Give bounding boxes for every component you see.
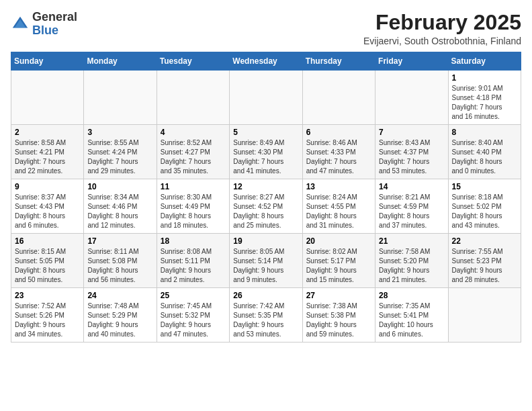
day-number: 12 <box>233 182 298 191</box>
day-info: Sunrise: 7:42 AM Sunset: 5:35 PM Dayligh… <box>233 302 298 339</box>
day-number: 11 <box>161 182 226 191</box>
day-info: Sunrise: 7:52 AM Sunset: 5:26 PM Dayligh… <box>15 302 80 339</box>
table-row: 28Sunrise: 7:35 AM Sunset: 5:41 PM Dayli… <box>375 288 448 342</box>
day-number: 3 <box>87 128 152 137</box>
logo-icon <box>11 15 30 34</box>
table-row: 17Sunrise: 8:11 AM Sunset: 5:08 PM Dayli… <box>84 234 157 288</box>
day-number: 14 <box>379 182 444 191</box>
day-info: Sunrise: 8:24 AM Sunset: 4:55 PM Dayligh… <box>306 193 371 230</box>
logo: General Blue <box>11 11 77 38</box>
day-info: Sunrise: 8:37 AM Sunset: 4:43 PM Dayligh… <box>15 193 80 230</box>
header-sunday: Sunday <box>11 52 84 71</box>
day-number: 23 <box>15 291 80 300</box>
day-info: Sunrise: 8:27 AM Sunset: 4:52 PM Dayligh… <box>233 193 298 230</box>
table-row <box>448 288 521 342</box>
table-row: 13Sunrise: 8:24 AM Sunset: 4:55 PM Dayli… <box>302 179 375 234</box>
day-info: Sunrise: 8:08 AM Sunset: 5:11 PM Dayligh… <box>161 247 226 285</box>
calendar-week-3: 9Sunrise: 8:37 AM Sunset: 4:43 PM Daylig… <box>11 179 521 234</box>
day-number: 7 <box>379 128 444 137</box>
calendar-header: Sunday Monday Tuesday Wednesday Thursday… <box>11 52 521 71</box>
logo-general-text: General <box>32 10 77 24</box>
day-info: Sunrise: 8:43 AM Sunset: 4:37 PM Dayligh… <box>379 138 444 176</box>
day-info: Sunrise: 8:05 AM Sunset: 5:14 PM Dayligh… <box>233 247 298 285</box>
table-row: 22Sunrise: 7:55 AM Sunset: 5:23 PM Dayli… <box>448 234 521 288</box>
table-row: 14Sunrise: 8:21 AM Sunset: 4:59 PM Dayli… <box>375 179 448 234</box>
table-row: 27Sunrise: 7:38 AM Sunset: 5:38 PM Dayli… <box>302 288 375 342</box>
day-number: 10 <box>87 182 152 191</box>
day-info: Sunrise: 8:15 AM Sunset: 5:05 PM Dayligh… <box>15 247 80 285</box>
day-number: 28 <box>379 291 444 300</box>
table-row <box>375 71 448 125</box>
header-saturday: Saturday <box>448 52 521 71</box>
table-row: 8Sunrise: 8:40 AM Sunset: 4:40 PM Daylig… <box>448 125 521 179</box>
table-row <box>230 71 302 125</box>
header: General Blue February 2025 Evijaervi, So… <box>11 11 521 46</box>
table-row: 1Sunrise: 9:01 AM Sunset: 4:18 PM Daylig… <box>448 71 521 125</box>
table-row: 7Sunrise: 8:43 AM Sunset: 4:37 PM Daylig… <box>375 125 448 179</box>
header-tuesday: Tuesday <box>157 52 229 71</box>
header-wednesday: Wednesday <box>230 52 302 71</box>
table-row: 26Sunrise: 7:42 AM Sunset: 5:35 PM Dayli… <box>230 288 302 342</box>
table-row: 11Sunrise: 8:30 AM Sunset: 4:49 PM Dayli… <box>157 179 229 234</box>
day-number: 1 <box>452 73 517 83</box>
table-row: 21Sunrise: 7:58 AM Sunset: 5:20 PM Dayli… <box>375 234 448 288</box>
day-number: 5 <box>233 128 298 137</box>
day-info: Sunrise: 7:55 AM Sunset: 5:23 PM Dayligh… <box>452 247 517 285</box>
table-row: 3Sunrise: 8:55 AM Sunset: 4:24 PM Daylig… <box>84 125 157 179</box>
calendar-week-2: 2Sunrise: 8:58 AM Sunset: 4:21 PM Daylig… <box>11 125 521 179</box>
day-info: Sunrise: 7:58 AM Sunset: 5:20 PM Dayligh… <box>379 247 444 285</box>
day-info: Sunrise: 8:40 AM Sunset: 4:40 PM Dayligh… <box>452 138 517 176</box>
day-number: 25 <box>161 291 226 300</box>
table-row <box>157 71 229 125</box>
day-info: Sunrise: 8:11 AM Sunset: 5:08 PM Dayligh… <box>87 247 152 285</box>
day-number: 4 <box>161 128 226 137</box>
table-row <box>302 71 375 125</box>
location: Evijaervi, South Ostrobothnia, Finland <box>363 36 521 46</box>
day-info: Sunrise: 8:49 AM Sunset: 4:30 PM Dayligh… <box>233 138 298 176</box>
calendar: Sunday Monday Tuesday Wednesday Thursday… <box>11 52 521 342</box>
day-info: Sunrise: 8:02 AM Sunset: 5:17 PM Dayligh… <box>306 247 371 285</box>
day-number: 18 <box>161 236 226 246</box>
table-row: 10Sunrise: 8:34 AM Sunset: 4:46 PM Dayli… <box>84 179 157 234</box>
table-row: 25Sunrise: 7:45 AM Sunset: 5:32 PM Dayli… <box>157 288 229 342</box>
day-number: 2 <box>15 128 80 137</box>
day-info: Sunrise: 7:38 AM Sunset: 5:38 PM Dayligh… <box>306 302 371 339</box>
header-thursday: Thursday <box>302 52 375 71</box>
table-row: 19Sunrise: 8:05 AM Sunset: 5:14 PM Dayli… <box>230 234 302 288</box>
table-row: 20Sunrise: 8:02 AM Sunset: 5:17 PM Dayli… <box>302 234 375 288</box>
month-year: February 2025 <box>363 11 521 34</box>
day-info: Sunrise: 8:55 AM Sunset: 4:24 PM Dayligh… <box>87 138 152 176</box>
day-info: Sunrise: 9:01 AM Sunset: 4:18 PM Dayligh… <box>452 84 517 122</box>
day-number: 21 <box>379 236 444 246</box>
weekday-header-row: Sunday Monday Tuesday Wednesday Thursday… <box>11 52 521 71</box>
day-number: 22 <box>452 236 517 246</box>
table-row: 15Sunrise: 8:18 AM Sunset: 5:02 PM Dayli… <box>448 179 521 234</box>
table-row <box>84 71 157 125</box>
day-number: 20 <box>306 236 371 246</box>
table-row: 24Sunrise: 7:48 AM Sunset: 5:29 PM Dayli… <box>84 288 157 342</box>
day-number: 15 <box>452 182 517 191</box>
day-number: 27 <box>306 291 371 300</box>
day-number: 16 <box>15 236 80 246</box>
day-number: 13 <box>306 182 371 191</box>
calendar-body: 1Sunrise: 9:01 AM Sunset: 4:18 PM Daylig… <box>11 71 521 342</box>
day-number: 6 <box>306 128 371 137</box>
day-info: Sunrise: 8:34 AM Sunset: 4:46 PM Dayligh… <box>87 193 152 230</box>
table-row: 9Sunrise: 8:37 AM Sunset: 4:43 PM Daylig… <box>11 179 84 234</box>
day-number: 26 <box>233 291 298 300</box>
table-row: 23Sunrise: 7:52 AM Sunset: 5:26 PM Dayli… <box>11 288 84 342</box>
day-number: 24 <box>87 291 152 300</box>
table-row: 4Sunrise: 8:52 AM Sunset: 4:27 PM Daylig… <box>157 125 229 179</box>
day-info: Sunrise: 7:35 AM Sunset: 5:41 PM Dayligh… <box>379 302 444 339</box>
title-block: February 2025 Evijaervi, South Ostroboth… <box>363 11 521 46</box>
calendar-week-1: 1Sunrise: 9:01 AM Sunset: 4:18 PM Daylig… <box>11 71 521 125</box>
table-row: 16Sunrise: 8:15 AM Sunset: 5:05 PM Dayli… <box>11 234 84 288</box>
day-number: 9 <box>15 182 80 191</box>
header-friday: Friday <box>375 52 448 71</box>
day-number: 19 <box>233 236 298 246</box>
day-info: Sunrise: 8:46 AM Sunset: 4:33 PM Dayligh… <box>306 138 371 176</box>
day-info: Sunrise: 8:58 AM Sunset: 4:21 PM Dayligh… <box>15 138 80 176</box>
table-row: 2Sunrise: 8:58 AM Sunset: 4:21 PM Daylig… <box>11 125 84 179</box>
day-info: Sunrise: 7:48 AM Sunset: 5:29 PM Dayligh… <box>87 302 152 339</box>
table-row: 5Sunrise: 8:49 AM Sunset: 4:30 PM Daylig… <box>230 125 302 179</box>
